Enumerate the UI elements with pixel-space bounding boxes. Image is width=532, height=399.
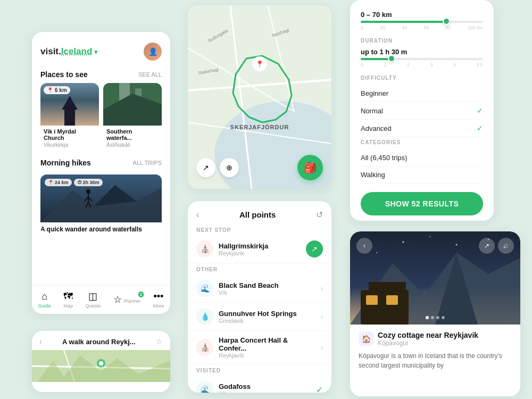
normal-check: ✓: [477, 106, 483, 115]
svg-text:📍: 📍: [255, 60, 264, 69]
cottage-name: Cozy cottage near Reykjavik: [378, 331, 478, 339]
favorite-button[interactable]: ☆: [498, 238, 514, 254]
church-name: Vik i Myrdal Church: [40, 126, 99, 142]
direction-button[interactable]: ↗: [196, 158, 215, 177]
hallgrimskirkja-sub: Reykjavík: [219, 250, 301, 256]
hallgrimskirkja-info: Hallgrímskirkja Reykjavík: [219, 242, 301, 256]
cottage-back-button[interactable]: ‹: [356, 238, 372, 254]
svg-rect-32: [361, 290, 409, 325]
cottage-top-right-buttons: ↗ ☆: [479, 238, 514, 254]
filter-all[interactable]: All (6,450 trips): [361, 149, 483, 167]
places-row: 📍 6 km Vik i Myrdal Church Vikurkirkja S…: [32, 83, 170, 159]
duration-label: DURATION: [361, 38, 483, 44]
cottage-type-icon: 🏠: [359, 331, 373, 346]
hike-duration-badge: ⏱2h 30m: [74, 179, 103, 186]
categories-section: CATEGORIES All (6,450 trips) Walking: [361, 139, 483, 184]
filter-advanced[interactable]: Advanced ✓: [361, 120, 483, 137]
gunnuhver-arrow: ›: [320, 312, 323, 321]
dot-4: [442, 316, 445, 319]
avatar[interactable]: 👤: [144, 43, 162, 61]
place-card-church[interactable]: 📍 6 km Vik i Myrdal Church Vikurkirkja: [40, 83, 99, 152]
svg-point-37: [429, 236, 430, 237]
distance-thumb[interactable]: [443, 18, 450, 25]
filter-card: 0 – 70 km 0 20 40 60 80 100 km DURATION …: [350, 0, 494, 221]
main-app-card: visit.Iceland ▾ 👤 Places to see SEE ALL …: [32, 32, 170, 314]
hallgrimskirkja-icon: ⛪: [196, 240, 213, 257]
hike-distance-badge: 📍24 km: [45, 179, 72, 186]
visited-label: VISITED: [188, 364, 331, 376]
church-silhouette: [56, 94, 83, 126]
nav-quests[interactable]: ◫ Quests: [86, 290, 101, 309]
hikes-section: Morning hikes ALL TRIPS: [32, 159, 170, 234]
home-icon: ⌂: [41, 291, 47, 302]
mini-map-title: A walk around Reykj...: [62, 338, 136, 346]
hallgrimskirkja-name: Hallgrímskirkja: [219, 242, 301, 250]
waterfall-sub: Áslífsskáli: [103, 142, 162, 152]
waterfall-name: Southern waterfa...: [103, 126, 162, 142]
duration-fill: [361, 58, 392, 60]
layer-button[interactable]: ⊕: [220, 158, 239, 177]
point-gunnuhver[interactable]: 💧 Gunnuhver Hot Springs Grindavík ›: [188, 303, 331, 331]
harpa-icon: ⛪: [196, 339, 213, 356]
point-harpa[interactable]: ⛪ Harpa Concert Hall & Confer... Reykjav…: [188, 331, 331, 364]
see-all-link[interactable]: SEE ALL: [138, 71, 162, 78]
harpa-info: Harpa Concert Hall & Confer... Reykjavík: [219, 336, 315, 359]
mini-map-back-button[interactable]: ‹: [39, 337, 42, 346]
hikes-title: Morning hikes: [40, 159, 91, 167]
black-sand-arrow: ›: [320, 284, 323, 293]
navigate-button[interactable]: 🎒: [297, 155, 323, 180]
all-trips-link[interactable]: ALL TRIPS: [133, 160, 162, 166]
mini-map-background: [32, 350, 170, 382]
places-title: Places to see: [40, 70, 88, 79]
hike-card[interactable]: 📍24 km ⏱2h 30m A quick wander around wat…: [40, 174, 162, 234]
mini-map-star[interactable]: ☆: [156, 337, 163, 346]
map-icon: 🗺: [63, 291, 73, 302]
duration-section: DURATION up to 1 h 30 m 0 1 2 3 4 5 h: [361, 38, 483, 68]
svg-point-11: [86, 189, 90, 194]
filter-beginner[interactable]: Beginner: [361, 85, 483, 102]
nav-more-label: More: [153, 303, 164, 309]
point-hallgrimskirkja[interactable]: ⛪ Hallgrímskirkja Reykjavík ↗: [188, 235, 331, 263]
point-godafoss[interactable]: 🌊 Godafoss Vík ✓: [188, 376, 331, 393]
filter-walking[interactable]: Walking: [361, 167, 483, 184]
cottage-name-row: 🏠 Cozy cottage near Reykjavik Kópavogur: [359, 331, 512, 347]
distance-badge-church: 📍 6 km: [44, 86, 70, 94]
duration-thumb[interactable]: [388, 55, 395, 62]
nav-guide-label: Guide: [38, 303, 51, 309]
godafoss-icon: 🌊: [196, 381, 213, 393]
nav-planner-label: Planner: [124, 298, 140, 304]
refresh-button[interactable]: ↺: [316, 210, 323, 220]
hallgrimskirkja-nav[interactable]: ↗: [306, 240, 323, 257]
nav-more[interactable]: ••• More: [153, 291, 164, 309]
nav-planner[interactable]: ☆ 2 Planner: [113, 294, 140, 305]
place-card-waterfall[interactable]: Southern waterfa... Áslífsskáli: [103, 83, 162, 152]
other-label: OTHER: [188, 263, 331, 275]
gunnuhver-name: Gunnuhver Hot Springs: [219, 310, 315, 318]
gunnuhver-sub: Grindavík: [219, 318, 315, 324]
duration-value: up to 1 h 30 m: [361, 48, 483, 56]
distance-labels: 0 20 40 60 80 100 km: [361, 25, 483, 30]
show-results-button[interactable]: SHOW 52 RESULTS: [361, 192, 483, 215]
black-sand-info: Black Sand Beach Vík: [219, 281, 315, 296]
filter-normal[interactable]: Normal ✓: [361, 102, 483, 120]
black-sand-icon: 🌊: [196, 280, 213, 297]
points-header: ‹ All points ↺: [188, 201, 331, 224]
points-title: All points: [199, 210, 316, 219]
cottage-description: Kópavogur is a town in Iceland that is t…: [359, 351, 512, 370]
svg-rect-34: [366, 295, 378, 305]
duration-slider[interactable]: [361, 58, 483, 60]
nav-guide[interactable]: ⌂ Guide: [38, 291, 51, 309]
point-black-sand[interactable]: 🌊 Black Sand Beach Vík ›: [188, 275, 331, 303]
svg-rect-35: [386, 295, 398, 305]
svg-rect-3: [70, 96, 71, 99]
distance-slider[interactable]: [361, 21, 483, 23]
difficulty-section: DIFFICULTY Beginner Normal ✓ Advanced ✓: [361, 75, 483, 137]
nav-map[interactable]: 🗺 Map: [63, 291, 73, 309]
mini-map-card: ‹ A walk around Reykj... ☆: [32, 331, 170, 392]
dot-3: [436, 316, 439, 319]
share-button[interactable]: ↗: [479, 238, 495, 254]
dot-1: [426, 316, 429, 319]
cottage-location: Kópavogur: [378, 339, 478, 347]
image-dots: [426, 316, 445, 319]
distance-fill: [361, 21, 446, 23]
